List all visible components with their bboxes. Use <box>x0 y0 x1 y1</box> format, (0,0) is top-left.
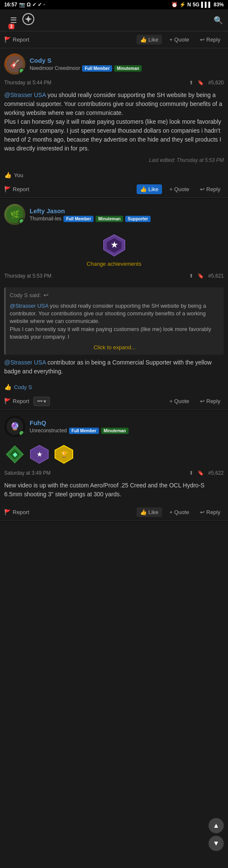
user-info-cody: Cody S Needmoor Creedmoor Full Member Mi… <box>30 57 224 72</box>
report-button-lefty[interactable]: 🚩 Report <box>4 398 29 404</box>
bookmark-icon[interactable]: 🔖 <box>198 80 204 86</box>
user-badges-cody: Needmoor Creedmoor Full Member Minuteman <box>30 65 224 72</box>
achievement-badge-purple: ★ <box>29 444 50 465</box>
site-logo <box>22 13 35 28</box>
quote-author-lefty: Cody S said: <box>10 291 41 300</box>
post-header-lefty: 🌿 Lefty Jason Thumbnail-les Full Member … <box>0 199 228 228</box>
like-button-fuhq[interactable]: 👍 Like <box>137 507 162 517</box>
status-5g: 5G <box>192 2 199 8</box>
mention-strasser-lefty[interactable]: @Strasser USA <box>4 359 46 366</box>
you-liked-cody: 👍 You <box>0 169 228 181</box>
notification-badge: 3 <box>8 24 14 29</box>
top-action-bar: 🚩 Report 👍 Like + Quote ↩ Reply <box>0 31 228 48</box>
online-status-fuhq <box>19 430 25 436</box>
online-status-lefty <box>19 218 25 224</box>
user-liked-lefty: 👍 Cody S <box>0 381 228 393</box>
post-number-lefty: #5,621 <box>208 273 224 279</box>
like-button-cody[interactable]: 👍 Like <box>137 184 162 194</box>
more-button-lefty[interactable]: ••• ▾ <box>33 397 50 406</box>
quote-mention[interactable]: @Strasser USA <box>10 303 48 309</box>
reply-button-fuhq[interactable]: ↩ Reply <box>197 507 224 517</box>
post-timestamp-lefty: Thursday at 5:53 PM <box>4 273 51 279</box>
meta-actions-lefty: ⬆ 🔖 #5,621 <box>189 273 224 279</box>
post-text-cody: you should really consider supporting th… <box>4 92 222 152</box>
badge-minuteman-cody: Minuteman <box>114 65 142 72</box>
status-icons: 📷 Ω ✓ ✓ · <box>19 2 45 8</box>
report-icon-cody: 🚩 <box>4 186 11 192</box>
status-right: ⏰ ⚡ N 5G ▌▌▌ 83% <box>171 2 224 8</box>
cody-liked-label[interactable]: Cody S <box>14 384 32 390</box>
user-badges-fuhq: Unreconstructed Full Member Minuteman <box>30 428 224 434</box>
action-bar-fuhq: 🚩 Report 👍 Like + Quote ↩ Reply <box>0 504 228 521</box>
thumb-up-icon-lefty: 👍 <box>4 384 11 390</box>
post-lefty: 🌿 Lefty Jason Thumbnail-les Full Member … <box>0 199 228 411</box>
user-location-fuhq: Unreconstructed <box>30 428 67 434</box>
achievement-badge-gold: 🏆 <box>53 444 74 465</box>
change-achievements-link[interactable]: Change achievements <box>87 261 141 267</box>
top-nav: 3 ☰ 🔍 <box>0 9 228 31</box>
status-alarm: ⏰ <box>171 2 178 8</box>
share-icon-fuhq[interactable]: ⬆ <box>189 470 193 476</box>
quote-button-lefty[interactable]: + Quote <box>166 396 193 406</box>
share-icon[interactable]: ⬆ <box>189 80 193 86</box>
user-location-cody: Needmoor Creedmoor <box>30 65 80 71</box>
svg-text:★: ★ <box>111 241 118 249</box>
post-header-fuhq: 🔮 FuhQ Unreconstructed Full Member Minut… <box>0 411 228 440</box>
badge-full-member-cody: Full Member <box>82 65 112 72</box>
post-fuhq: 🔮 FuhQ Unreconstructed Full Member Minut… <box>0 411 228 522</box>
click-expand-button[interactable]: Click to expand... <box>10 343 220 352</box>
bookmark-icon-fuhq[interactable]: 🔖 <box>198 470 204 476</box>
report-button-cody[interactable]: 🚩 Report <box>4 186 29 192</box>
post-meta-fuhq: Saturday at 3:49 PM ⬆ 🔖 #5,622 <box>0 468 228 479</box>
post-number-cody: #5,620 <box>208 80 224 86</box>
like-icon-fuhq: 👍 <box>140 509 147 515</box>
svg-text:◆: ◆ <box>12 451 18 458</box>
status-nfc: N <box>187 2 191 8</box>
search-icon[interactable]: 🔍 <box>214 16 223 25</box>
you-liked-label: You <box>14 172 23 178</box>
quote-button-cody[interactable]: + Quote <box>166 184 193 194</box>
bookmark-icon-lefty[interactable]: 🔖 <box>198 273 204 279</box>
username-lefty[interactable]: Lefty Jason <box>30 207 224 214</box>
post-text-fuhq: New video is up with the custom Aero/Pro… <box>4 482 204 498</box>
thumb-up-icon: 👍 <box>4 172 11 178</box>
post-body-lefty: Cody S said: ↩ @Strasser USA you should … <box>0 282 228 381</box>
user-info-lefty: Lefty Jason Thumbnail-les Full Member Mi… <box>30 207 224 222</box>
username-cody[interactable]: Cody S <box>30 57 224 64</box>
badge-full-member-fuhq: Full Member <box>69 428 99 434</box>
quote-button[interactable]: + Quote <box>166 35 193 45</box>
quote-header-lefty: Cody S said: ↩ <box>10 291 220 300</box>
quote-button-fuhq[interactable]: + Quote <box>166 507 193 517</box>
report-icon: 🚩 <box>4 36 11 43</box>
svg-text:★: ★ <box>37 451 42 458</box>
chevron-down-icon: ▾ <box>44 398 46 404</box>
report-button[interactable]: 🚩 Report <box>4 36 29 43</box>
like-icon-cody: 👍 <box>140 186 147 192</box>
username-fuhq[interactable]: FuhQ <box>30 419 224 426</box>
status-bluetooth: ⚡ <box>179 2 186 8</box>
user-location-lefty: Thumbnail-les <box>30 216 61 222</box>
meta-actions-fuhq: ⬆ 🔖 #5,622 <box>189 470 224 476</box>
post-meta-lefty: Thursday at 5:53 PM ⬆ 🔖 #5,621 <box>0 271 228 282</box>
top-nav-left: 3 ☰ <box>5 13 35 28</box>
status-bar: 16:57 📷 Ω ✓ ✓ · ⏰ ⚡ N 5G ▌▌▌ 83% <box>0 0 228 9</box>
svg-text:🏆: 🏆 <box>60 451 68 458</box>
report-button-fuhq[interactable]: 🚩 Report <box>4 509 29 515</box>
action-bar-lefty: 🚩 Report ••• ▾ + Quote ↩ Reply <box>0 393 228 410</box>
user-badges-lefty: Thumbnail-les Full Member Minuteman Supp… <box>30 216 224 222</box>
reply-button-cody[interactable]: ↩ Reply <box>197 184 224 194</box>
reply-button[interactable]: ↩ Reply <box>197 35 224 45</box>
quote-block-lefty: Cody S said: ↩ @Strasser USA you should … <box>4 287 224 355</box>
mention-strasser[interactable]: @Strasser USA <box>4 92 46 98</box>
meta-actions-cody: ⬆ 🔖 #5,620 <box>189 80 224 86</box>
badge-supporter-lefty: Supporter <box>125 216 151 222</box>
last-edited-cody: Last edited: Thursday at 5:53 PM <box>4 156 224 164</box>
share-icon-lefty[interactable]: ⬆ <box>189 273 193 279</box>
status-signal: ▌▌▌ <box>201 2 212 8</box>
reply-button-lefty[interactable]: ↩ Reply <box>197 396 224 406</box>
post-timestamp-fuhq: Saturday at 3:49 PM <box>4 470 50 476</box>
like-button[interactable]: 👍 Like <box>137 35 162 45</box>
post-meta-cody: Thursday at 5:44 PM ⬆ 🔖 #5,620 <box>0 78 228 89</box>
status-time: 16:57 <box>4 2 17 8</box>
badge-minuteman-fuhq: Minuteman <box>101 428 129 434</box>
